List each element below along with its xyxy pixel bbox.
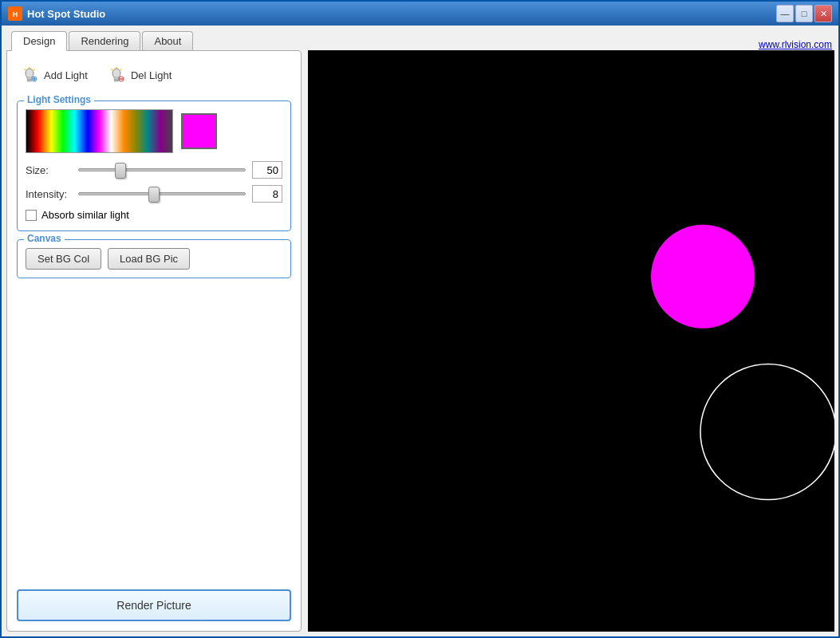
canvas-settings-group: Canvas Set BG Col Load BG Pic [17,239,291,278]
right-panel [302,50,834,632]
render-picture-button[interactable]: Render Picture [17,589,291,621]
size-slider-row: Size: [26,161,282,179]
color-spectrum[interactable] [26,109,173,153]
tab-about[interactable]: About [142,31,193,50]
main-window: H Hot Spot Studio — □ ✕ Design Rendering… [0,0,840,638]
tab-design[interactable]: Design [11,31,67,51]
size-value[interactable] [252,161,282,179]
canvas-buttons: Set BG Col Load BG Pic [26,248,282,270]
svg-text:H: H [13,10,18,18]
size-slider-thumb[interactable] [115,163,126,179]
del-light-icon [107,65,126,85]
intensity-slider-thumb[interactable] [148,187,160,203]
main-layout: Add Light [2,50,838,636]
toolbar: Add Light [17,61,291,89]
del-light-label: Del Light [131,69,172,81]
minimize-button[interactable]: — [776,5,794,22]
intensity-slider-row: Intensity: [26,185,282,203]
svg-point-11 [112,69,120,78]
color-preview[interactable] [181,113,217,149]
tab-rendering[interactable]: Rendering [69,31,140,50]
size-label: Size: [26,164,72,176]
main-canvas[interactable] [308,50,834,632]
set-bg-col-button[interactable]: Set BG Col [26,248,101,270]
close-button[interactable]: ✕ [814,5,832,22]
color-row [26,109,282,153]
intensity-value[interactable] [252,185,282,203]
add-light-icon [20,65,39,85]
svg-rect-4 [28,80,32,81]
svg-line-16 [111,69,112,71]
app-icon: H [8,6,22,21]
title-bar: H Hot Spot Studio — □ ✕ [2,2,838,26]
svg-line-7 [25,69,26,71]
website-link[interactable]: www.rlvision.com [759,39,832,50]
maximize-button[interactable]: □ [795,5,813,22]
design-tab-content: Add Light [6,50,302,632]
svg-rect-3 [27,77,32,80]
absorb-checkbox-row: Absorb similar light [26,209,282,221]
canvas-group-label: Canvas [24,233,65,244]
svg-line-6 [34,69,35,71]
size-slider-track[interactable] [78,168,246,171]
window-title: Hot Spot Studio [27,8,776,20]
intensity-label: Intensity: [26,188,72,200]
canvas-display[interactable] [308,50,834,632]
window-controls: — □ ✕ [776,5,832,22]
add-light-button[interactable]: Add Light [17,64,91,86]
del-light-button[interactable]: Del Light [104,64,175,86]
light-settings-label: Light Settings [24,94,94,105]
absorb-checkbox[interactable] [26,210,37,221]
svg-rect-13 [114,80,118,81]
intensity-slider-track[interactable] [78,192,246,195]
tab-bar: Design Rendering About [8,30,193,50]
svg-line-15 [120,69,122,71]
svg-rect-12 [114,77,119,80]
add-light-label: Add Light [44,69,88,81]
load-bg-pic-button[interactable]: Load BG Pic [108,248,190,270]
absorb-label: Absorb similar light [41,209,129,221]
left-panel: Add Light [6,50,302,632]
light-settings-group: Light Settings Size: [17,100,291,231]
svg-point-2 [26,69,34,78]
